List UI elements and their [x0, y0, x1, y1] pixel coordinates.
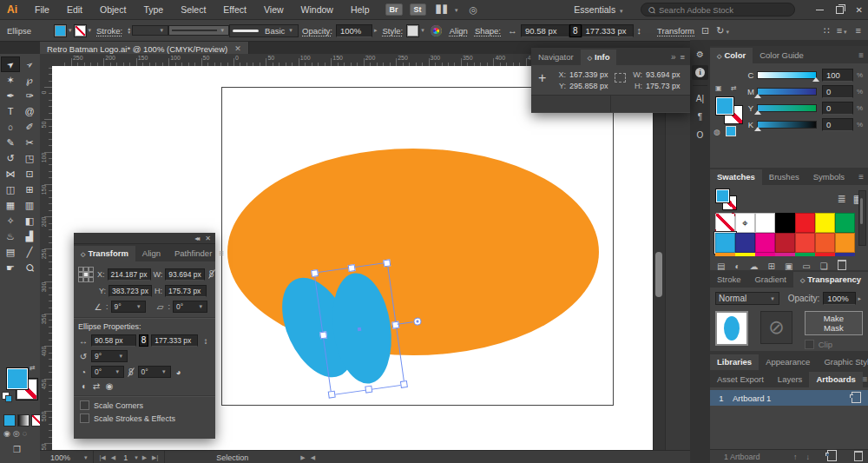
channel-slider[interactable]: [757, 88, 817, 96]
slider-thumb[interactable]: [754, 94, 761, 98]
pie-end-select[interactable]: 0°▾: [138, 366, 171, 378]
menu-object[interactable]: Object: [91, 4, 135, 15]
swatch[interactable]: [755, 213, 775, 233]
ellipse-height-input[interactable]: 177.333 px: [151, 334, 198, 347]
tool-shape-builder[interactable]: ◫: [1, 182, 20, 197]
swatch[interactable]: [835, 213, 855, 233]
pie-clip-icon[interactable]: ◖: [78, 381, 89, 391]
channel-slider[interactable]: [757, 121, 817, 129]
opacity-input[interactable]: 100%: [336, 24, 372, 37]
tab-stroke[interactable]: Stroke: [710, 272, 747, 288]
minimize-button[interactable]: [816, 10, 824, 10]
orange-ellipse-shape[interactable]: [227, 149, 599, 355]
swatch[interactable]: [715, 233, 735, 253]
tool-line-segment[interactable]: @: [20, 103, 39, 119]
collapse-panel-icon[interactable]: »: [671, 52, 676, 62]
swap-colors-icon[interactable]: ⇄: [731, 84, 737, 92]
selection-handle-e[interactable]: [391, 321, 399, 328]
width-profile-select[interactable]: ▾: [168, 25, 229, 36]
swatch[interactable]: [735, 233, 755, 253]
br-button[interactable]: Br: [385, 3, 403, 16]
tool-ellipse[interactable]: ○: [1, 119, 20, 135]
stroke-link[interactable]: Stroke:: [96, 26, 122, 36]
artboard-page-icon[interactable]: [852, 392, 861, 405]
fill-proxy-swatch[interactable]: [715, 189, 730, 203]
selection-center-point[interactable]: [358, 327, 362, 331]
swatch[interactable]: [755, 253, 775, 256]
tool-mesh[interactable]: ▦: [1, 197, 20, 213]
transform-x-input[interactable]: 214.187 px: [108, 268, 151, 281]
tab-transparency[interactable]: ◇Transparency: [793, 272, 868, 288]
slider-thumb[interactable]: [754, 127, 761, 131]
web-colors-icon[interactable]: ◍: [713, 128, 720, 136]
vertical-scrollbar-thumb[interactable]: [655, 252, 662, 297]
tool-free-transform[interactable]: ⊡: [20, 166, 39, 182]
flow-options-icon[interactable]: ≡▾: [837, 25, 849, 36]
swatch[interactable]: [815, 253, 835, 256]
screen-mode-icon[interactable]: ❐: [13, 445, 21, 454]
channel-slider[interactable]: [757, 71, 817, 79]
tool-artboard[interactable]: ▤: [1, 244, 20, 260]
chevron-right-icon[interactable]: ▸: [858, 295, 861, 302]
slider-thumb[interactable]: [754, 110, 761, 115]
pie-start-select[interactable]: 0°▾: [91, 366, 124, 378]
tool-zoom[interactable]: Ϙ: [20, 260, 39, 275]
menu-view[interactable]: View: [255, 4, 293, 15]
recolor-artwork-icon[interactable]: [431, 25, 442, 36]
tab-gradient[interactable]: Gradient: [747, 272, 792, 288]
swatch-kinds-icon[interactable]: ⊞: [768, 261, 775, 271]
tab-symbols[interactable]: Symbols: [806, 169, 852, 185]
slider-thumb[interactable]: [812, 77, 819, 82]
swatch[interactable]: [795, 213, 815, 233]
fill-color-swatch[interactable]: [54, 24, 67, 37]
shear-angle-select[interactable]: 0°▾: [173, 301, 207, 313]
arrange-documents-icon[interactable]: ▊▋ ▾: [437, 5, 461, 14]
channel-slider[interactable]: [757, 104, 817, 112]
swatch-libraries-icon[interactable]: ▤: [717, 261, 725, 271]
artboard-row[interactable]: 1Artboard 1: [710, 390, 868, 406]
tool-width[interactable]: ⋈: [1, 166, 20, 182]
default-fill-stroke-icon[interactable]: [2, 392, 10, 400]
link-pie-angles-icon[interactable]: 8: [127, 367, 135, 377]
chevron-right-icon[interactable]: ▸: [374, 27, 378, 34]
link-dimensions-icon[interactable]: 8: [569, 24, 582, 37]
swatch[interactable]: [715, 213, 735, 233]
stroke-weight-stepper[interactable]: ▲▼: [127, 27, 131, 34]
swatch[interactable]: [835, 233, 855, 253]
swatch[interactable]: [795, 233, 815, 253]
gear-icon[interactable]: ⚙: [692, 47, 708, 62]
draw-behind-icon[interactable]: ◎: [13, 429, 20, 438]
tool-selection[interactable]: ➤: [1, 56, 20, 72]
tool-scissors[interactable]: ✂: [20, 135, 39, 150]
first-artboard-icon[interactable]: |◀: [100, 454, 106, 461]
tool-paintbrush[interactable]: ✐: [20, 119, 39, 135]
panel-menu-icon[interactable]: ≡: [863, 374, 868, 384]
draw-inside-icon[interactable]: ◌: [23, 429, 27, 438]
tab-layers[interactable]: Layers: [771, 372, 810, 387]
rotate-angle-select[interactable]: 9°▾: [111, 301, 146, 313]
tool-rotate[interactable]: ↺: [1, 150, 20, 166]
shape-width-input[interactable]: 90.58 px: [521, 24, 569, 37]
tool-pen[interactable]: ✒: [1, 88, 20, 103]
new-color-group-icon[interactable]: ▭: [802, 261, 810, 271]
last-artboard-icon[interactable]: ▶|: [152, 454, 158, 461]
tool-symbol-sprayer[interactable]: ♨: [1, 228, 20, 244]
swatch-options-icon[interactable]: ▣: [785, 261, 792, 271]
tab-artboards[interactable]: Artboards: [809, 372, 862, 387]
align-link[interactable]: Align: [450, 26, 468, 36]
tab-color[interactable]: ◇Color: [710, 48, 753, 63]
share-icon[interactable]: ◎: [469, 4, 477, 16]
tab-info[interactable]: ◇Info: [581, 50, 617, 65]
stroke-weight-select[interactable]: ▾: [132, 25, 168, 36]
swatch[interactable]: [815, 213, 835, 233]
close-tab-icon[interactable]: ✕: [234, 44, 241, 53]
list-view-icon[interactable]: ≣: [838, 193, 846, 205]
opacity-link[interactable]: Opacity:: [302, 26, 332, 36]
library-add-icon[interactable]: ☁: [750, 261, 759, 271]
swap-fill-stroke-icon[interactable]: ⇄: [30, 364, 36, 372]
shape-height-input[interactable]: 177.333 px: [582, 24, 634, 37]
tool-type[interactable]: T: [1, 103, 20, 119]
swap-pie-angles-icon[interactable]: ⇄: [91, 381, 102, 391]
delete-artboard-icon[interactable]: [845, 451, 863, 463]
shape-link[interactable]: Shape:: [475, 26, 501, 36]
